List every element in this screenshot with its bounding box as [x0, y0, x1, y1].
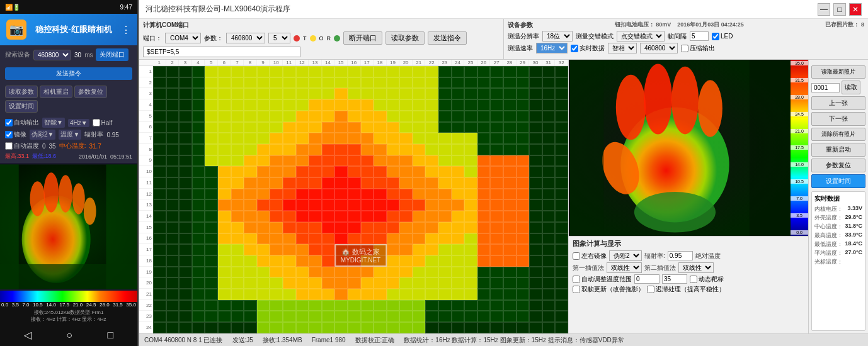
grid-cell	[179, 277, 192, 289]
grid-cell	[205, 199, 218, 211]
grid-cell	[490, 155, 503, 167]
grid-cell	[153, 99, 166, 111]
grid-cell	[296, 66, 309, 77]
range-min-input[interactable]	[634, 274, 660, 284]
grid-cell	[425, 289, 438, 300]
close-btn[interactable]: ✕	[849, 3, 862, 16]
led-check[interactable]: LED	[712, 33, 733, 40]
dynamic-cursor-check[interactable]: 动态靶标	[690, 275, 724, 284]
auto-output-check[interactable]: 自动输出	[5, 118, 39, 127]
grid-cell	[517, 177, 530, 189]
resolution-select[interactable]: 18位	[542, 31, 573, 42]
grid-cell	[348, 166, 361, 177]
next-photo-btn[interactable]: 下一张	[811, 112, 865, 126]
prev-photo-btn[interactable]: 上一张	[811, 96, 865, 110]
mirror-check[interactable]: 镜像	[5, 130, 26, 139]
grid-cell	[334, 233, 348, 245]
restart-btn[interactable]: 重新启动	[811, 143, 865, 157]
grid-cell	[257, 244, 270, 255]
phone-close-port-btn[interactable]: 关闭端口	[96, 48, 128, 61]
grid-cell	[464, 244, 477, 255]
grid-cell	[452, 166, 465, 177]
grid-cell	[192, 199, 205, 211]
emissivity-input[interactable]	[668, 251, 693, 260]
grid-cell	[270, 300, 283, 311]
delete-all-btn[interactable]: 清除所有照片	[811, 128, 865, 141]
grid-cell	[348, 211, 361, 222]
algo1-select[interactable]: 双线性	[607, 262, 642, 273]
minimize-btn[interactable]: —	[818, 3, 830, 16]
grid-cell	[452, 189, 465, 200]
realtime-row: 平均温度：27.0°C	[814, 249, 862, 257]
grid-cell	[477, 199, 491, 211]
mirror-check2[interactable]: 左右镜像	[573, 252, 607, 260]
grid-cell	[205, 267, 218, 278]
grid-cell	[283, 66, 296, 77]
grid-cell	[361, 77, 374, 89]
baud-select2[interactable]: 460800	[640, 43, 678, 53]
phone-panel: 📶🔋 9:47 📷 稳控科技-红眼睛相机 ⋮ 搜索设备 460800 30 ms…	[0, 0, 139, 346]
grid-cell	[296, 322, 309, 333]
grid-cell	[464, 77, 477, 89]
algo2-select[interactable]: 双线性	[678, 262, 714, 273]
realtime-select[interactable]: 智相	[608, 43, 637, 53]
grid-cell	[244, 144, 257, 155]
phone-menu-icon[interactable]: ⋮	[121, 24, 131, 36]
photo-num-input[interactable]	[811, 83, 840, 92]
grid-cell	[387, 277, 400, 289]
reset-params-btn[interactable]: 参数复位	[811, 159, 865, 172]
read-params-btn[interactable]: 读取参数	[385, 31, 425, 45]
read-photo-btn[interactable]: 读取	[842, 81, 860, 94]
measure-mode-select[interactable]: 点交错模式	[617, 31, 665, 42]
phone-send-btn[interactable]: 发送指令	[5, 67, 132, 80]
grid-cell	[179, 289, 192, 300]
grid-cell	[231, 77, 244, 89]
grid-cell	[477, 233, 491, 245]
phone-settime-btn[interactable]: 设置时间	[5, 100, 38, 113]
grid-cell	[348, 133, 361, 144]
range-max-input[interactable]	[662, 274, 687, 284]
algo2-label: 第二插值法	[644, 264, 676, 272]
latest-photo-btn[interactable]: 读取最新照片	[811, 65, 865, 79]
maximize-btn[interactable]: □	[833, 3, 846, 16]
half-checkbox[interactable]: Half	[93, 119, 113, 126]
phone-baud-select[interactable]: 460800	[33, 50, 71, 60]
port-select[interactable]: COM4	[165, 33, 201, 43]
grid-cell	[490, 122, 503, 133]
phone-reset-btn[interactable]: 参数复位	[74, 86, 107, 98]
phone-home-btn[interactable]: ○	[66, 330, 72, 341]
compress-check[interactable]: 压缩输出	[681, 44, 715, 53]
set-time-btn[interactable]: 设置时间	[811, 174, 865, 188]
disconnect-btn[interactable]: 断开端口	[343, 31, 382, 45]
command-input[interactable]	[143, 47, 300, 57]
dual-frame-check[interactable]: 双帧更新（改善拖影）	[573, 285, 644, 294]
params-select[interactable]: 460800	[226, 33, 265, 43]
frame-input[interactable]	[690, 31, 709, 41]
phone-read-params-btn[interactable]: 读取参数	[5, 86, 38, 98]
grid-cell	[309, 166, 322, 177]
grid-cell	[374, 267, 387, 278]
send-cmd-btn[interactable]: 发送指令	[428, 31, 467, 45]
grid-cell	[374, 66, 387, 77]
num-select[interactable]: 5	[268, 33, 290, 43]
window-controls: — □ ✕	[818, 3, 862, 16]
realtime-check[interactable]: 实时数据	[571, 44, 605, 53]
color-mode-select[interactable]: 伪彩2	[609, 250, 642, 261]
phone-back-btn[interactable]: ◁	[24, 329, 31, 341]
grid-cell	[334, 111, 348, 122]
retroprocess-check[interactable]: 迟滞处理（提高平稳性）	[647, 285, 725, 294]
grid-cell	[192, 277, 205, 289]
rate-select[interactable]: 16Hz	[536, 43, 568, 53]
auto-range-check[interactable]: 自动调整温度范围	[573, 275, 632, 284]
grid-cell	[334, 177, 348, 189]
phone-restart-btn[interactable]: 相机重启	[40, 86, 72, 98]
grid-cell	[322, 77, 335, 89]
grid-cell	[257, 77, 270, 89]
grid-cell	[399, 155, 413, 167]
realtime-row: 中心温度：31.8°C	[814, 223, 862, 231]
grid-cell	[438, 300, 452, 311]
phone-recent-btn[interactable]: □	[108, 330, 114, 341]
grid-body: 123456789101112131415161718192021222324 …	[139, 66, 568, 333]
phone-send-row: 发送指令	[0, 64, 137, 83]
auto-temp-check[interactable]: 自动温度	[5, 142, 39, 150]
